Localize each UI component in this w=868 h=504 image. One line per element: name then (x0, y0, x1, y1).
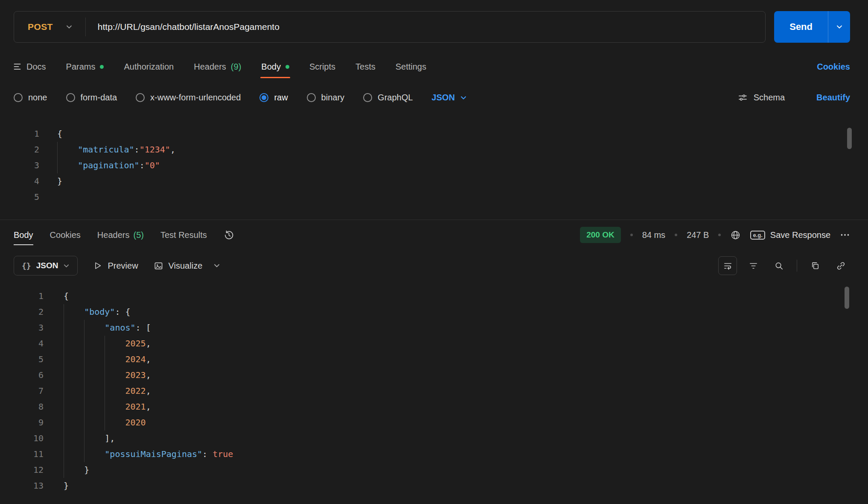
line-number: 3 (0, 158, 39, 173)
wrap-text-icon[interactable] (718, 256, 737, 275)
body-type-urlencoded[interactable]: x-www-form-urlencoded (136, 93, 241, 103)
body-type-form-data[interactable]: form-data (66, 93, 117, 103)
code-token: } (57, 176, 62, 186)
scrollbar-thumb[interactable] (845, 287, 849, 309)
filter-icon[interactable] (744, 256, 763, 275)
tab-tests[interactable]: Tests (355, 56, 376, 78)
code-line[interactable]: } (57, 173, 175, 189)
response-tab-headers[interactable]: Headers (5) (97, 220, 144, 250)
indent-guide (84, 431, 105, 446)
send-button[interactable]: Send (774, 11, 828, 43)
code-line[interactable]: "pagination":"0" (57, 158, 175, 173)
tab-scripts[interactable]: Scripts (309, 56, 335, 78)
code-token: { (64, 291, 69, 301)
method-dropdown[interactable]: POST (14, 12, 85, 42)
preview-button[interactable]: Preview (93, 261, 138, 271)
response-tab-cookies[interactable]: Cookies (50, 220, 81, 250)
radio-checked-icon (259, 93, 268, 102)
radio-icon (66, 93, 75, 102)
request-body-editor[interactable]: 12345 {"matricula":"1234","pagination":"… (0, 121, 868, 220)
history-icon[interactable] (224, 230, 234, 240)
body-type-graphql[interactable]: GraphQL (363, 93, 413, 103)
indent-guide (64, 383, 84, 399)
code-token: : (134, 144, 140, 155)
request-tabs: Docs Params Authorization Headers (9) Bo… (14, 56, 850, 78)
code-line[interactable]: } (64, 462, 233, 478)
code-token: [ (146, 322, 151, 333)
cookies-link[interactable]: Cookies (817, 62, 850, 72)
indent-guide (105, 399, 125, 415)
indent-guide (84, 320, 105, 336)
scrollbar-thumb[interactable] (847, 128, 852, 149)
code-token: : (140, 160, 145, 170)
schema-button[interactable]: Schema (738, 93, 785, 103)
url-bar: POST http://URL/gsan/chatbot/listarAnosP… (14, 11, 766, 43)
tab-params[interactable]: Params (66, 56, 104, 78)
radio-icon (136, 93, 145, 102)
status-badge[interactable]: 200 OK (580, 227, 620, 243)
send-options-button[interactable] (828, 11, 850, 43)
chevron-down-icon[interactable] (213, 262, 220, 269)
code-token: : (202, 449, 213, 459)
body-type-none[interactable]: none (14, 93, 47, 103)
code-line[interactable] (57, 189, 175, 205)
line-number: 6 (0, 367, 44, 383)
code-line[interactable]: } (64, 478, 233, 494)
response-tab-body[interactable]: Body (14, 220, 33, 250)
code-line[interactable]: 2020 (64, 415, 233, 431)
search-icon[interactable] (769, 256, 788, 275)
save-response-button[interactable]: e.g. Save Response (750, 230, 830, 240)
indent-guide (84, 415, 105, 431)
code-line[interactable]: { (64, 288, 233, 304)
code-token: , (170, 144, 175, 155)
language-dropdown[interactable]: JSON (431, 93, 466, 103)
code-line[interactable]: 2024, (64, 352, 233, 367)
code-line[interactable]: 2025, (64, 336, 233, 352)
language-label: JSON (431, 93, 454, 103)
indent-guide (64, 352, 84, 367)
body-type-row: none form-data x-www-form-urlencoded raw… (14, 86, 850, 109)
line-number: 1 (0, 126, 39, 142)
response-body-editor[interactable]: 12345678910111213 {"body": {"anos": [202… (0, 281, 868, 497)
code-line[interactable]: "possuiMaisPaginas": true (64, 446, 233, 462)
indent-guide (105, 383, 125, 399)
chevron-down-icon (63, 263, 70, 269)
tab-docs[interactable]: Docs (14, 56, 46, 78)
line-number: 10 (0, 431, 44, 446)
code-line[interactable]: "body": { (64, 304, 233, 320)
beautify-button[interactable]: Beautify (816, 93, 850, 103)
response-format-dropdown[interactable]: {} JSON (14, 256, 78, 275)
api-client-window: POST http://URL/gsan/chatbot/listarAnosP… (0, 11, 868, 504)
copy-icon[interactable] (806, 256, 824, 275)
response-time: 84 ms (642, 230, 665, 240)
line-number: 5 (0, 189, 39, 205)
url-input[interactable]: http://URL/gsan/chatbot/listarAnosPagame… (86, 22, 765, 32)
tab-label: Body (14, 230, 33, 240)
code-line[interactable]: 2021, (64, 399, 233, 415)
tab-headers[interactable]: Headers (9) (194, 56, 241, 78)
code-line[interactable]: 2023, (64, 367, 233, 383)
body-type-binary[interactable]: binary (307, 93, 344, 103)
code-line[interactable]: ], (64, 431, 233, 446)
code-line[interactable]: "anos": [ (64, 320, 233, 336)
code-token: : (136, 322, 146, 333)
visualize-button[interactable]: Visualize (154, 261, 203, 271)
response-tab-test-results[interactable]: Test Results (160, 220, 207, 250)
code-line[interactable]: "matricula":"1234", (57, 142, 175, 158)
link-icon[interactable] (831, 256, 850, 275)
code-token: 2024 (125, 354, 146, 364)
code-token: 2021 (125, 401, 146, 412)
code-token: { (125, 307, 131, 317)
code-token: , (146, 354, 151, 364)
tab-settings[interactable]: Settings (396, 56, 426, 78)
code-token: } (64, 481, 69, 491)
chevron-down-icon (460, 94, 467, 101)
globe-icon[interactable] (730, 230, 741, 240)
body-type-raw[interactable]: raw (259, 93, 288, 103)
code-line[interactable]: { (57, 126, 175, 142)
indent-guide (84, 336, 105, 352)
more-options-icon[interactable] (840, 230, 850, 240)
code-line[interactable]: 2022, (64, 383, 233, 399)
tab-authorization[interactable]: Authorization (124, 56, 174, 78)
tab-body[interactable]: Body (261, 56, 289, 78)
